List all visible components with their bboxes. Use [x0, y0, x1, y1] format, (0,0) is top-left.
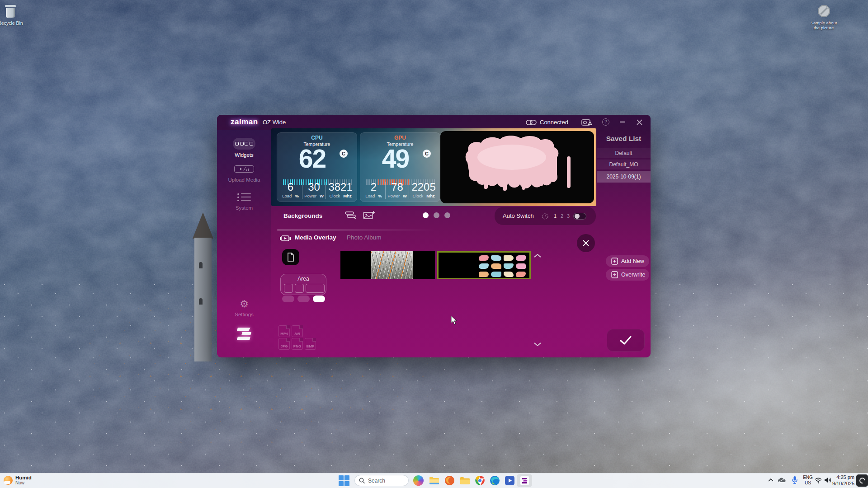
media-thumbnail-1[interactable]: [340, 251, 435, 279]
minimize-button[interactable]: [620, 122, 625, 122]
region-code: US: [800, 480, 816, 486]
recycle-bin-icon: [3, 4, 18, 19]
format-badge-mp4: MP4: [278, 325, 290, 337]
chevron-up-icon[interactable]: [533, 253, 542, 258]
panel-top-highlight: [277, 230, 435, 230]
windows-logo-icon: [338, 475, 349, 487]
weather-time: Now: [15, 480, 32, 485]
tray-app-icon[interactable]: [856, 474, 868, 487]
sidebar-upload-label: Upload Media: [217, 177, 271, 183]
auto-switch-slot-2[interactable]: 2: [561, 213, 563, 219]
add-new-label: Add New: [621, 258, 644, 264]
area-zone-1[interactable]: [284, 284, 293, 293]
zalman-app-window: zalman OZ Wide Connected Widgets: [217, 115, 651, 357]
blocked-user-icon: [816, 4, 831, 19]
area-option-3-selected[interactable]: [313, 296, 325, 302]
paint-blobs-thumbnail: [479, 255, 526, 278]
recycle-bin-shortcut[interactable]: Recycle Bin: [0, 4, 27, 26]
saved-item-default-mo[interactable]: Default_MO: [597, 160, 651, 169]
display-preview: CPU Temperature 62 C 6 Load% 30 PowerW 3…: [271, 128, 596, 206]
sidebar-item-system[interactable]: System: [217, 192, 271, 211]
area-option-1[interactable]: [282, 296, 294, 302]
gpu-power-stat: 78 PowerW: [385, 182, 409, 199]
auto-switch-slot-3[interactable]: 3: [567, 213, 570, 219]
area-panel: Area: [280, 274, 326, 295]
overwrite-button[interactable]: Overwrite: [606, 269, 649, 281]
area-zone-2[interactable]: [295, 284, 304, 293]
close-icon: [583, 240, 589, 246]
edge-icon[interactable]: [489, 475, 500, 486]
media-app-icon[interactable]: [504, 475, 515, 486]
taskbar-weather-widget[interactable]: Humid Now: [4, 475, 32, 485]
add-new-button[interactable]: Add New: [606, 255, 649, 267]
sidebar-item-widgets[interactable]: Widgets: [217, 138, 271, 158]
firefox-icon[interactable]: [444, 475, 455, 486]
saved-list-title: Saved List: [597, 135, 651, 143]
tab-media-overlay[interactable]: Media Overlay: [295, 234, 336, 241]
cpu-power-stat: 30 PowerW: [302, 182, 326, 199]
recycle-bin-label: Recycle Bin: [0, 20, 27, 26]
apply-button[interactable]: [607, 329, 645, 352]
gpu-name: GPU: [360, 135, 440, 141]
desktop-corner-shortcut[interactable]: Sample about the picture: [807, 4, 840, 30]
tray-cloud-icon[interactable]: [777, 476, 788, 488]
page-dot-3[interactable]: [444, 212, 450, 218]
sidebar-item-settings[interactable]: ⚙ Settings: [217, 299, 271, 317]
saved-item-selected[interactable]: 2025-10-09(1): [597, 171, 651, 183]
media-thumbnail-2-selected[interactable]: [437, 251, 531, 279]
link-icon: [526, 119, 537, 126]
check-icon: [619, 335, 632, 345]
tab-photo-album[interactable]: Photo Album: [347, 234, 382, 241]
window-titlebar: zalman OZ Wide Connected: [217, 115, 651, 130]
page-dot-2[interactable]: [434, 212, 439, 218]
cpu-widget: CPU Temperature 62 C 6 Load% 30 PowerW 3…: [277, 132, 357, 202]
saved-item-default[interactable]: Default: [597, 148, 651, 158]
screenshot-alert-icon[interactable]: [581, 118, 592, 126]
gpu-clock-stat: 2205 ClockMhz: [409, 182, 438, 199]
sidebar-item-upload-media[interactable]: Upload Media: [217, 165, 271, 183]
format-badge-bmp: BMP: [305, 338, 316, 350]
sidebar-widgets-label: Widgets: [217, 152, 271, 158]
corner-shortcut-label-2: the picture: [807, 25, 840, 30]
chevron-down-icon[interactable]: [533, 342, 542, 347]
search-box[interactable]: Search: [354, 475, 409, 486]
page-dot-1[interactable]: [423, 212, 429, 218]
language-indicator[interactable]: ENG US: [800, 475, 816, 486]
area-label: Area: [281, 276, 326, 282]
chrome-icon[interactable]: [474, 475, 486, 486]
overwrite-icon: [611, 271, 618, 278]
active-zalman-app-icon[interactable]: [519, 475, 530, 486]
auto-switch-slot-1[interactable]: 1: [554, 213, 557, 219]
clock-time: 4:25 pm: [829, 474, 854, 481]
auto-switch-label: Auto Switch: [503, 212, 534, 219]
cpu-unit-badge: C: [340, 150, 348, 158]
weather-icon: [4, 476, 13, 485]
gpu-unit-badge: C: [423, 150, 431, 158]
background-page-dots[interactable]: [423, 212, 450, 218]
area-zone-3[interactable]: [306, 284, 325, 293]
folder-icon[interactable]: [459, 475, 471, 486]
clock-date: 9/10/2025: [829, 481, 854, 487]
weather-condition: Humid: [15, 475, 32, 480]
taskbar-clock[interactable]: 4:25 pm 9/10/2025: [829, 474, 854, 487]
zalman-logo: zalman: [231, 117, 258, 127]
auto-switch-toggle[interactable]: [573, 213, 586, 220]
paint-strokes: [440, 131, 594, 203]
file-explorer-icon[interactable]: [429, 475, 440, 486]
start-button[interactable]: [338, 475, 349, 486]
area-option-2[interactable]: [297, 296, 310, 302]
gpu-widget: GPU Temperature 49 C 2 Load% 78 PowerW 2…: [360, 132, 440, 202]
grid-scene-thumbnail: [371, 251, 413, 279]
close-window-button[interactable]: [636, 119, 643, 126]
media-overlay-preview: [440, 131, 594, 203]
help-icon[interactable]: [602, 118, 609, 126]
file-icon: [287, 253, 294, 262]
arrange-backgrounds-icon[interactable]: [344, 210, 358, 221]
browse-file-button[interactable]: [282, 249, 299, 265]
gpu-load-stat: 2 Load%: [362, 182, 385, 199]
copilot-icon[interactable]: [413, 475, 424, 486]
add-new-icon: [611, 258, 618, 265]
gpu-temp-value: 49: [360, 144, 430, 174]
close-panel-button[interactable]: [577, 234, 595, 252]
add-background-image-icon[interactable]: [363, 210, 376, 221]
